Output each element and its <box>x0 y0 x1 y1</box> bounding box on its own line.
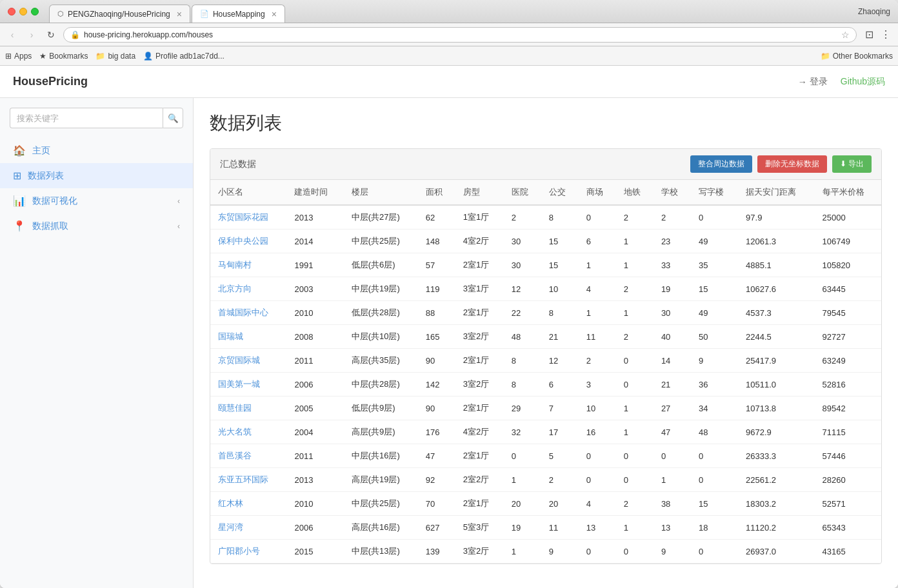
bookmark-apps-label: Apps <box>14 52 32 61</box>
house-name-link[interactable]: 东贸国际花园 <box>218 212 268 222</box>
table-cell: 0 <box>579 540 616 564</box>
table-cell[interactable]: 颐慧佳园 <box>210 397 286 420</box>
table-row: 广阳郡小号2015中层(共13层)1393室2厅19009026937.0431… <box>210 540 881 564</box>
house-name-link[interactable]: 保利中央公园 <box>218 236 268 246</box>
delete-no-coord-button[interactable]: 删除无坐标数据 <box>757 155 827 173</box>
table-cell: 92 <box>418 468 455 492</box>
house-name-link[interactable]: 首城国际中心 <box>218 308 268 317</box>
search-input[interactable] <box>10 108 163 128</box>
house-name-link[interactable]: 京贸国际城 <box>218 355 260 365</box>
house-name-link[interactable]: 颐慧佳园 <box>218 403 252 413</box>
table-cell: 27 <box>654 397 691 420</box>
table-cell[interactable]: 光大名筑 <box>210 420 286 444</box>
house-name-link[interactable]: 星河湾 <box>218 522 243 532</box>
table-cell[interactable]: 红木林 <box>210 492 286 516</box>
table-cell[interactable]: 国瑞城 <box>210 325 286 349</box>
sidebar-item-scrape[interactable]: 📍 数据抓取 ‹ <box>0 213 193 239</box>
maximize-button[interactable] <box>31 8 39 15</box>
table-cell: 2室1厅 <box>455 301 504 325</box>
sidebar-item-home[interactable]: 🏠 主页 <box>0 138 193 163</box>
forward-button[interactable]: › <box>25 28 39 42</box>
profile-button[interactable]: ⋮ <box>879 28 893 42</box>
back-button[interactable]: ‹ <box>5 28 19 42</box>
table-cell[interactable]: 马甸南村 <box>210 253 286 277</box>
main-content: 数据列表 汇总数据 整合周边数据 删除无坐标数据 ⬇ 导出 <box>194 98 898 588</box>
table-cell: 8 <box>541 301 579 325</box>
tab-github-close[interactable]: × <box>177 9 182 19</box>
house-name-link[interactable]: 红木林 <box>218 498 243 508</box>
house-name-link[interactable]: 广阳郡小号 <box>218 546 260 556</box>
extensions-button[interactable]: ⊡ <box>862 28 876 42</box>
table-cell: 1 <box>616 230 654 253</box>
table-cell: 63249 <box>815 349 881 373</box>
table-cell: 38 <box>654 492 691 516</box>
table-col-header: 商场 <box>579 180 616 205</box>
tab-housemapping-close[interactable]: × <box>272 9 277 19</box>
search-button[interactable]: 🔍 <box>163 108 183 128</box>
table-cell[interactable]: 东贸国际花园 <box>210 205 286 230</box>
table-cell: 2010 <box>286 301 343 325</box>
tab-housemapping-label: HouseMapping <box>213 10 265 19</box>
bookmark-star-icon[interactable]: ☆ <box>841 30 850 40</box>
other-bookmarks[interactable]: 📁 Other Bookmarks <box>821 52 893 61</box>
close-button[interactable] <box>8 8 15 15</box>
table-cell[interactable]: 保利中央公园 <box>210 230 286 253</box>
bookmark-bookmarks[interactable]: ★ Bookmarks <box>39 52 88 61</box>
table-cell: 2011 <box>286 349 343 373</box>
table-cell: 2014 <box>286 230 343 253</box>
house-name-link[interactable]: 马甸南村 <box>218 260 252 270</box>
minimize-button[interactable] <box>19 8 27 15</box>
table-cell: 47 <box>654 420 691 444</box>
sidebar-item-datalist[interactable]: ⊞ 数据列表 <box>0 163 193 188</box>
github-button[interactable]: Github源码 <box>841 76 885 88</box>
table-cell: 1 <box>616 253 654 277</box>
housemapping-tab-icon: 📄 <box>200 10 209 18</box>
house-name-link[interactable]: 北京方向 <box>218 284 252 293</box>
sidebar-item-visualization[interactable]: 📊 数据可视化 ‹ <box>0 188 193 213</box>
address-bar[interactable]: 🔒 house-pricing.herokuapp.com/houses ☆ <box>63 27 857 43</box>
export-button[interactable]: ⬇ 导出 <box>832 155 872 173</box>
scrape-icon: 📍 <box>13 220 26 232</box>
data-card: 汇总数据 整合周边数据 删除无坐标数据 ⬇ 导出 小区名建造时间楼层面积房型医院… <box>210 148 882 564</box>
house-name-link[interactable]: 光大名筑 <box>218 427 252 436</box>
table-cell[interactable]: 首邑溪谷 <box>210 444 286 468</box>
data-table: 小区名建造时间楼层面积房型医院公交商场地铁学校写字楼据天安门距离每平米价格 东贸… <box>210 180 881 564</box>
table-cell[interactable]: 国美第一城 <box>210 373 286 397</box>
scrape-arrow-icon: ‹ <box>177 222 180 231</box>
table-cell[interactable]: 首城国际中心 <box>210 301 286 325</box>
table-cell[interactable]: 京贸国际城 <box>210 349 286 373</box>
card-actions: 整合周边数据 删除无坐标数据 ⬇ 导出 <box>690 155 872 173</box>
table-cell: 9 <box>691 349 738 373</box>
table-row: 红木林2010中层(共25层)702室1厅202042381518303.252… <box>210 492 881 516</box>
house-name-link[interactable]: 东亚五环国际 <box>218 475 268 484</box>
table-cell: 0 <box>691 468 738 492</box>
apps-bookmark-icon: ⊞ <box>5 52 12 61</box>
table-header-row: 小区名建造时间楼层面积房型医院公交商场地铁学校写字楼据天安门距离每平米价格 <box>210 180 881 205</box>
table-cell: 中层(共25层) <box>344 230 418 253</box>
sidebar-item-scrape-label: 数据抓取 <box>32 220 68 232</box>
table-cell[interactable]: 北京方向 <box>210 277 286 301</box>
table-cell: 29 <box>504 397 541 420</box>
tab-github-label: PENGZhaoqing/HousePricing <box>68 10 170 19</box>
home-icon: 🏠 <box>13 144 26 157</box>
house-name-link[interactable]: 国美第一城 <box>218 379 260 389</box>
table-cell: 62 <box>418 205 455 230</box>
table-cell[interactable]: 东亚五环国际 <box>210 468 286 492</box>
table-col-header: 写字楼 <box>691 180 738 205</box>
house-name-link[interactable]: 国瑞城 <box>218 331 243 341</box>
refresh-button[interactable]: ↻ <box>44 28 58 42</box>
table-cell[interactable]: 广阳郡小号 <box>210 540 286 564</box>
house-name-link[interactable]: 首邑溪谷 <box>218 451 252 460</box>
integrate-nearby-button[interactable]: 整合周边数据 <box>690 155 752 173</box>
table-cell[interactable]: 星河湾 <box>210 516 286 540</box>
table-cell: 90 <box>418 397 455 420</box>
tab-housemapping[interactable]: 📄 HouseMapping × <box>192 5 285 23</box>
table-cell: 中层(共28层) <box>344 373 418 397</box>
table-row: 马甸南村1991低层(共6层)572室1厅30151133354885.1105… <box>210 253 881 277</box>
table-cell: 32 <box>504 420 541 444</box>
bookmark-apps[interactable]: ⊞ Apps <box>5 52 32 61</box>
login-button[interactable]: → 登录 <box>798 76 828 88</box>
bookmark-profile[interactable]: 👤 Profile adb1ac7dd... <box>143 52 224 61</box>
tab-github[interactable]: ⬡ PENGZhaoqing/HousePricing × <box>49 5 190 23</box>
bookmark-bigdata[interactable]: 📁 big data <box>95 52 135 61</box>
